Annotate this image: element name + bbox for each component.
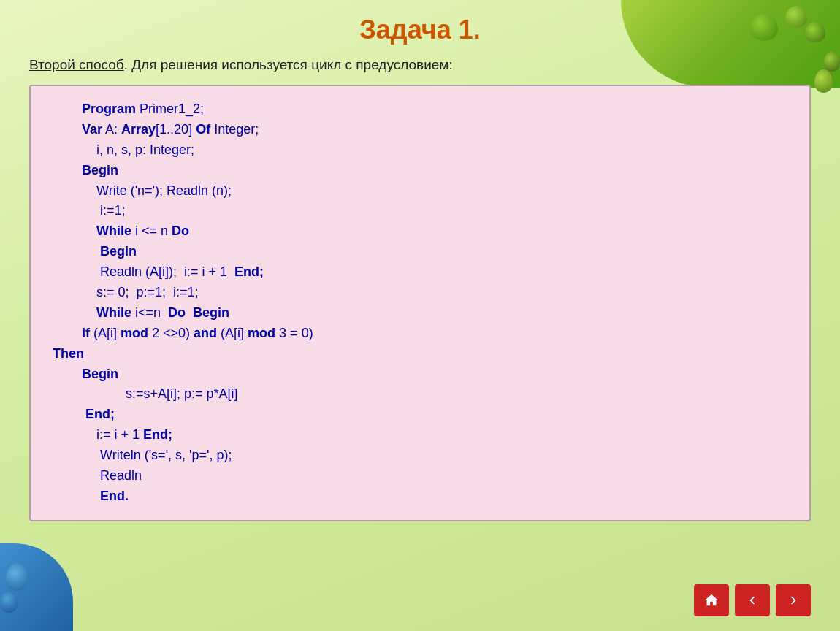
- home-icon: [703, 592, 719, 608]
- kw-end-3: End;: [143, 427, 172, 442]
- code-line-18: Writeln ('s=', s, 'p=', p);: [53, 445, 792, 466]
- code-line-7: While i <= n Do: [53, 221, 792, 242]
- code-line-17: i:= i + 1 End;: [53, 425, 792, 445]
- code-block: Program Primer1_2; Var A: Array[1..20] O…: [29, 85, 811, 521]
- kw-do-begin: Do Begin: [168, 305, 229, 320]
- kw-var: Var: [82, 122, 102, 137]
- code-line-19: Readln: [53, 466, 792, 486]
- bottom-navigation: [694, 584, 811, 616]
- kw-do-1: Do: [172, 223, 189, 238]
- code-line-13: Then: [53, 344, 792, 364]
- code-line-20: End.: [53, 486, 792, 507]
- kw-of: Of: [196, 122, 210, 137]
- subtitle: Второй способ. Для решения используется …: [29, 57, 811, 73]
- code-line-8: Begin: [53, 242, 792, 262]
- kw-mod-2: mod: [248, 326, 275, 340]
- kw-array: Array: [121, 122, 156, 137]
- code-line-15: s:=s+A[i]; p:= p*A[i]: [53, 384, 792, 405]
- kw-then: Then: [53, 346, 84, 361]
- kw-begin-2: Begin: [100, 244, 137, 259]
- subtitle-rest: . Для решения используется цикл с предус…: [124, 57, 453, 72]
- forward-icon: [785, 592, 801, 608]
- kw-begin-3: Begin: [82, 367, 118, 381]
- code-line-5: Write ('n='); Readln (n);: [53, 181, 792, 202]
- kw-and: and: [194, 326, 217, 340]
- code-line-2: Var A: Array[1..20] Of Integer;: [53, 120, 792, 140]
- code-line-10: s:= 0; p:=1; i:=1;: [53, 283, 792, 303]
- code-line-9: Readln (A[i]); i:= i + 1 End;: [53, 262, 792, 283]
- kw-if: If: [82, 326, 90, 340]
- kw-mod-1: mod: [121, 326, 148, 340]
- kw-while-2: While: [96, 305, 131, 320]
- page-title: Задача 1.: [29, 15, 811, 45]
- code-line-11: While i<=n Do Begin: [53, 303, 792, 324]
- code-line-14: Begin: [53, 364, 792, 385]
- code-line-1: Program Primer1_2;: [53, 99, 792, 120]
- main-content: Задача 1. Второй способ. Для решения исп…: [0, 0, 840, 631]
- kw-program: Program: [82, 102, 136, 116]
- kw-end-1: End;: [234, 264, 264, 279]
- kw-while-1: While: [96, 223, 131, 238]
- kw-end-2: End;: [85, 407, 115, 421]
- code-line-3: i, n, s, p: Integer;: [53, 140, 792, 161]
- back-icon: [744, 592, 760, 608]
- subtitle-link[interactable]: Второй способ: [29, 57, 124, 72]
- kw-end-dot: End.: [100, 489, 129, 503]
- kw-begin-1: Begin: [82, 163, 118, 177]
- back-button[interactable]: [735, 584, 770, 616]
- code-line-4: Begin: [53, 161, 792, 181]
- home-button[interactable]: [694, 584, 729, 616]
- code-line-6: i:=1;: [53, 201, 792, 221]
- code-line-16: End;: [53, 405, 792, 425]
- forward-button[interactable]: [776, 584, 811, 616]
- code-line-12: If (A[i] mod 2 <>0) and (A[i] mod 3 = 0): [53, 324, 792, 344]
